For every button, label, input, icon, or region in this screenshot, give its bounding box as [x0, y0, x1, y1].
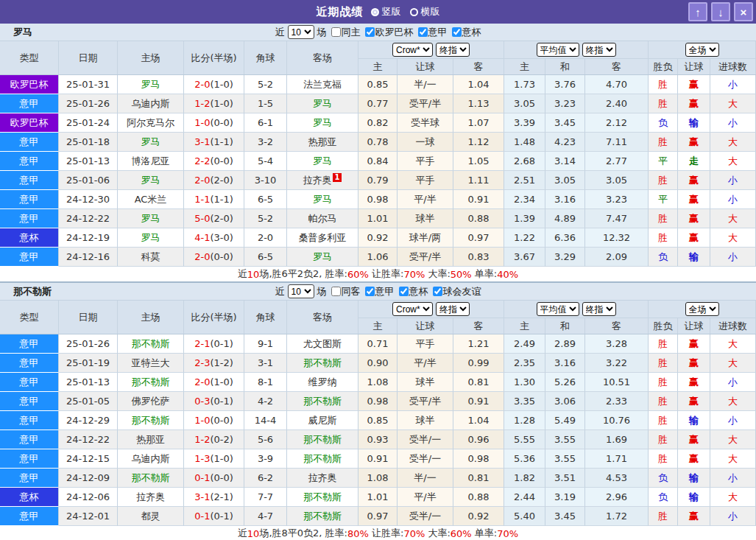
away-team-cell: 尤文图斯 — [287, 334, 358, 354]
away-team-cell: 桑普多利亚 — [287, 228, 358, 248]
league-checkbox[interactable] — [418, 27, 428, 37]
avg-home-cell: 5.55 — [504, 430, 545, 449]
handicap-cell: 平/半 — [398, 488, 453, 507]
same-venue-checkbox[interactable] — [331, 27, 341, 37]
league-checkbox-label[interactable]: 意甲 — [415, 26, 448, 39]
date-cell: 24-12-06 — [59, 488, 118, 507]
odds-company-select[interactable]: Crow* — [392, 302, 433, 316]
down-arrow-icon: ↓ — [718, 7, 724, 18]
handicap-cell: 受半/一 — [398, 430, 453, 449]
radio-vertical-layout[interactable]: 竖版 — [371, 5, 401, 18]
close-button[interactable]: × — [734, 2, 753, 21]
avg-source-select[interactable]: 平均值 — [537, 302, 579, 316]
match-count-select[interactable]: 10 — [288, 284, 314, 298]
odds-company-select[interactable]: Crow* — [392, 43, 433, 57]
home-odds-cell: 0.77 — [358, 94, 398, 113]
league-type-cell: 意甲 — [0, 334, 59, 354]
same-venue-label: 同主 — [342, 26, 361, 39]
result-outcome-cell: 胜 — [649, 94, 678, 113]
home-odds-cell: 0.93 — [358, 430, 398, 449]
same-venue-checkbox-label[interactable]: 同客 — [328, 285, 361, 298]
sub-column-header: 客 — [585, 58, 649, 74]
layout-radio-group: 竖版 横版 — [371, 5, 440, 18]
avg-away-cell: 7.11 — [585, 133, 649, 152]
league-type-cell: 意甲 — [0, 392, 59, 411]
scroll-down-button[interactable]: ↓ — [711, 2, 730, 21]
avg-draw-cell: 4.89 — [545, 209, 585, 228]
summary-text-segment: 70% — [497, 528, 518, 539]
same-venue-checkbox[interactable] — [331, 287, 341, 296]
scroll-up-button[interactable]: ↑ — [688, 2, 707, 21]
summary-text-segment: 50% — [451, 269, 472, 280]
avg-stage-select[interactable]: 终指 — [582, 302, 616, 316]
result-handicap-cell: 赢 — [678, 392, 710, 411]
handicap-cell: 受平/半 — [398, 392, 453, 411]
result-outcome-cell: 胜 — [649, 75, 678, 94]
full-score: 1-0 — [194, 117, 210, 128]
summary-text-segment: 场,胜8平0负2, 胜率: — [259, 527, 347, 540]
summary-text-segment: 场,胜6平2负2, 胜率: — [259, 267, 347, 281]
avg-away-cell: 4.70 — [585, 75, 649, 94]
away-odds-cell: 1.21 — [453, 334, 504, 354]
league-checkbox-label[interactable]: 球会友谊 — [430, 285, 481, 298]
avg-stage-select[interactable]: 终指 — [582, 43, 616, 57]
same-venue-label: 同客 — [342, 285, 361, 298]
league-checkbox[interactable] — [365, 287, 375, 296]
date-cell: 24-12-29 — [59, 411, 118, 430]
league-checkbox[interactable] — [399, 287, 409, 296]
away-team-name: 拉齐奥 — [308, 471, 337, 485]
avg-home-cell: 3.67 — [504, 248, 545, 267]
sub-column-header: 进球数 — [710, 58, 756, 74]
league-checkbox-label[interactable]: 意杯 — [449, 26, 481, 39]
result-outcome-cell: 胜 — [649, 334, 678, 354]
filter-matches-label: 场 — [317, 26, 327, 39]
score-cell: 2-0(0-0) — [184, 248, 244, 267]
league-checkbox-label[interactable]: 意杯 — [396, 285, 428, 298]
away-team-name: 桑普多利亚 — [299, 231, 347, 245]
odds-stage-select[interactable]: 终指 — [436, 302, 470, 316]
match-count-select[interactable]: 10 — [288, 25, 314, 39]
league-checkbox[interactable] — [452, 27, 462, 37]
full-score: 4-1 — [194, 232, 210, 243]
date-cell: 25-01-26 — [59, 334, 118, 354]
avg-away-cell: 3.28 — [585, 334, 649, 354]
up-arrow-icon: ↑ — [695, 7, 701, 18]
away-odds-cell: 0.98 — [453, 449, 504, 469]
league-checkbox-label[interactable]: 意甲 — [362, 285, 395, 298]
column-header: 比分(半场) — [184, 41, 244, 74]
home-odds-cell: 0.78 — [358, 133, 398, 152]
half-score: (0-1) — [210, 338, 233, 349]
league-checkbox-label[interactable]: 欧罗巴杯 — [362, 26, 414, 39]
away-team-cell: 罗马 — [287, 94, 358, 113]
corners-cell: 8-1 — [244, 373, 287, 392]
sub-column-header: 胜负 — [649, 318, 678, 334]
handicap-cell: 平/半 — [398, 190, 453, 209]
away-team-name: 维罗纳 — [308, 376, 337, 389]
full-score: 1-2 — [194, 434, 210, 445]
handicap-cell: 受半球 — [398, 113, 453, 133]
league-type-cell: 欧罗巴杯 — [0, 75, 59, 94]
away-team-name: 那不勒斯 — [303, 491, 342, 504]
odds-stage-select[interactable]: 终指 — [436, 43, 470, 57]
corners-cell: 2-0 — [244, 228, 287, 248]
avg-draw-cell: 3.05 — [545, 171, 585, 190]
radio-icon[interactable] — [371, 8, 379, 16]
home-odds-cell: 0.71 — [358, 334, 398, 354]
home-odds-cell: 0.85 — [358, 75, 398, 94]
period-select[interactable]: 全场 — [685, 302, 719, 316]
away-odds-cell: 0.81 — [453, 373, 504, 392]
result-goals-cell: 小 — [710, 75, 756, 94]
same-venue-checkbox-label[interactable]: 同主 — [328, 26, 361, 39]
away-team-cell: 拉齐奥 — [287, 469, 358, 488]
home-odds-cell: 0.98 — [358, 190, 398, 209]
radio-icon[interactable] — [410, 8, 418, 16]
league-checkbox[interactable] — [365, 27, 375, 37]
league-type-cell: 意杯 — [0, 228, 59, 248]
avg-source-select[interactable]: 平均值 — [537, 43, 579, 57]
radio-horizontal-layout[interactable]: 横版 — [410, 5, 440, 18]
period-select[interactable]: 全场 — [685, 43, 719, 57]
handicap-cell: 受半/一 — [398, 507, 453, 526]
summary-text-segment: 单率: — [472, 267, 498, 281]
league-checkbox[interactable] — [433, 287, 442, 296]
sub-column-header: 让球 — [678, 318, 710, 334]
